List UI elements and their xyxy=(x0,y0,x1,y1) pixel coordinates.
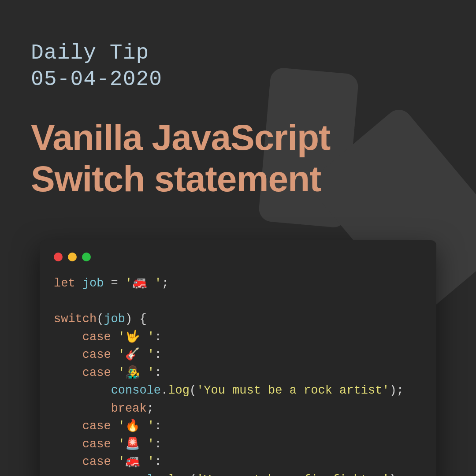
keyword-break: break xyxy=(111,402,147,415)
code-block: let job = '🚒 '; switch(job) { case '🤟 ':… xyxy=(40,270,436,476)
console-obj: console xyxy=(111,384,161,397)
log-method: log xyxy=(168,384,190,397)
lparen: ( xyxy=(190,384,197,397)
keyword-case: case xyxy=(82,366,111,379)
keyword-case: case xyxy=(82,455,111,469)
header: Daily Tip 05-04-2020 Vanilla JavaScript … xyxy=(0,0,476,200)
dot: . xyxy=(161,473,168,476)
colon: : xyxy=(154,348,161,361)
rparen: ) xyxy=(390,384,397,397)
keyword-switch: switch xyxy=(54,312,97,326)
close-icon xyxy=(54,253,63,261)
lbrace: { xyxy=(132,312,146,326)
dot: . xyxy=(161,384,168,397)
var-job: job xyxy=(82,277,104,290)
rparen: ) xyxy=(390,473,397,476)
keyword-case: case xyxy=(82,438,111,451)
colon: : xyxy=(154,331,161,344)
kicker-line-1: Daily Tip xyxy=(31,41,149,65)
title-line-1: Vanilla JavaScript xyxy=(31,117,330,157)
kicker: Daily Tip 05-04-2020 xyxy=(31,40,445,93)
var-job-ref: job xyxy=(104,312,125,326)
case-5-value: '🚨 ' xyxy=(118,438,155,451)
log-msg-1: 'You must be a rock artist' xyxy=(197,384,389,397)
kicker-line-2: 05-04-2020 xyxy=(31,67,162,91)
keyword-case: case xyxy=(82,348,111,361)
case-6-value: '🚒 ' xyxy=(118,455,155,469)
case-2-value: '🎸 ' xyxy=(118,348,155,361)
log-msg-2: 'You must be a firefighter' xyxy=(197,473,389,476)
case-3-value: '👨‍🎤 ' xyxy=(118,366,155,379)
minimize-icon xyxy=(68,253,77,261)
lparen: ( xyxy=(190,473,197,476)
keyword-let: let xyxy=(54,277,75,290)
log-method: log xyxy=(168,473,190,476)
traffic-lights xyxy=(40,240,436,270)
code-window: let job = '🚒 '; switch(job) { case '🤟 ':… xyxy=(40,240,436,476)
colon: : xyxy=(154,438,161,451)
title-line-2: Switch statement xyxy=(31,159,321,199)
console-obj: console xyxy=(111,473,161,476)
colon: : xyxy=(154,420,161,433)
keyword-case: case xyxy=(82,420,111,433)
keyword-case: case xyxy=(82,331,111,344)
colon: : xyxy=(154,366,161,379)
equals: = xyxy=(104,277,125,290)
lparen: ( xyxy=(97,312,104,326)
case-1-value: '🤟 ' xyxy=(118,331,155,344)
colon: : xyxy=(154,455,161,469)
case-4-value: '🔥 ' xyxy=(118,420,155,433)
semicolon: ; xyxy=(397,384,404,397)
maximize-icon xyxy=(82,253,91,261)
semicolon: ; xyxy=(397,473,404,476)
rparen: ) xyxy=(125,312,132,326)
semicolon: ; xyxy=(147,402,154,415)
title: Vanilla JavaScript Switch statement xyxy=(31,117,445,200)
semicolon: ; xyxy=(162,277,169,290)
string-job-value: '🚒 ' xyxy=(125,277,162,290)
